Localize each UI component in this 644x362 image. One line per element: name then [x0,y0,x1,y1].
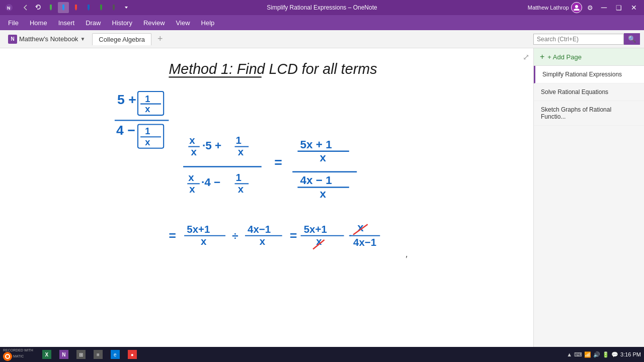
taskbar-calc[interactable]: ≡ [91,348,106,361]
note-canvas[interactable]: ⤢ Method 1: Find LCD for all terms 5 + 1… [0,48,533,347]
svg-text:Method 1: Find LCD for all ter: Method 1: Find LCD for all terms [169,61,377,77]
tray-up-arrow[interactable]: ▲ [567,351,572,357]
svg-marker-11 [100,9,102,11]
tray-wifi[interactable]: 📶 [584,351,591,358]
tray-message[interactable]: 💬 [611,351,618,358]
svg-text:x: x [319,188,326,200]
svg-rect-6 [75,5,77,9]
menu-review[interactable]: Review [138,17,170,29]
svg-text:·5  +: ·5 + [202,139,221,152]
menu-view[interactable]: View [171,17,195,29]
svg-text:x: x [191,146,197,157]
add-tab-button[interactable]: + [154,34,166,44]
user-avatar[interactable]: Matthew Lathrop [528,2,582,13]
svg-rect-4 [62,5,64,9]
time-display: 3:16 PM [620,351,641,357]
search-input[interactable] [533,34,624,45]
taskbar-app5[interactable]: ● [125,348,140,361]
taskbar-app3[interactable]: ⊞ [73,348,89,361]
svg-text:4 −: 4 − [116,123,135,138]
screencast-logo [3,352,12,361]
notebook-selector[interactable]: N Matthew's Notebook ▼ [4,33,89,46]
svg-marker-13 [113,9,115,11]
notebook-icon: N [8,35,17,44]
window-title: Simplify Rational Expressions – OneNote [267,4,377,11]
pen-tool-red[interactable] [70,2,82,13]
taskbar-onenote[interactable]: N [56,348,71,361]
right-panel: + + Add Page Simplify Rational Expressio… [533,48,644,347]
menu-bar: File Home Insert Draw History Review Vie… [0,15,644,30]
svg-text:1: 1 [236,171,242,183]
add-page-button[interactable]: + + Add Page [534,48,644,66]
app-icon: N [4,3,14,13]
notebook-bar: N Matthew's Notebook ▼ College Algebra +… [0,30,644,48]
notebook-dropdown-icon[interactable]: ▼ [80,36,85,42]
maximize-button[interactable]: ❑ [613,4,625,12]
title-bar: N [0,0,644,15]
close-button[interactable]: ✕ [628,4,640,12]
svg-text:1: 1 [145,126,150,136]
svg-text:N: N [7,6,11,11]
menu-draw[interactable]: Draw [80,17,106,29]
svg-text:5x+1: 5x+1 [187,223,210,235]
tray-keyboard[interactable]: ⌨ [574,351,582,358]
menu-home[interactable]: Home [25,17,52,29]
taskbar-excel[interactable]: X [39,348,54,361]
settings-button[interactable]: ⚙ [585,4,595,12]
pen-tool-dark[interactable] [108,2,119,13]
svg-text:·: · [349,229,352,241]
tray-battery[interactable]: 🔋 [602,351,609,358]
notebook-name: Matthew's Notebook [19,35,78,43]
menu-history[interactable]: History [107,17,137,29]
svg-text:x: x [238,146,244,157]
pen-tool-green[interactable] [45,2,56,13]
taskbar-left: RECORDED WITH MATIC X N ⊞ ≡ e ● [3,348,567,361]
svg-text:x: x [188,171,194,183]
title-bar-left: N [4,2,136,13]
svg-text:x: x [145,104,150,114]
pen-tool-blue[interactable] [83,2,94,13]
svg-text:5x+1: 5x+1 [304,223,327,235]
dropdown-arrow[interactable] [121,2,132,13]
quick-access-toolbar [16,2,136,13]
pen-tool-green2[interactable] [96,2,107,13]
svg-text:x: x [145,137,150,147]
svg-text:÷: ÷ [232,230,238,242]
menu-help[interactable]: Help [196,17,220,29]
taskbar-browser[interactable]: e [108,348,123,361]
svg-text:x: x [319,151,326,164]
minimize-button[interactable]: ─ [598,3,610,12]
page-item-solve[interactable]: Solve Rational Equations [534,83,644,101]
svg-marker-9 [88,9,90,11]
taskbar-right: ▲ ⌨ 📶 🔊 🔋 💬 3:16 PM [567,351,641,358]
page-item-simplify[interactable]: Simplify Rational Expressions [534,66,644,83]
screencast-label: RECORDED WITH [3,348,33,352]
add-icon: + [540,52,544,61]
menu-insert[interactable]: Insert [53,17,80,29]
screencast-brand: MATIC [13,354,24,358]
svg-text:1: 1 [236,134,242,146]
tray-volume[interactable]: 🔊 [593,351,600,358]
search-box: 🔍 [533,33,640,45]
search-button[interactable]: 🔍 [624,33,640,45]
svg-rect-25 [138,125,164,148]
svg-text:1: 1 [145,94,150,104]
menu-file[interactable]: File [3,17,24,29]
svg-rect-12 [113,5,115,9]
back-button[interactable] [20,2,31,13]
svg-text:x: x [201,235,207,247]
undo-button[interactable] [33,2,44,13]
svg-point-15 [575,5,578,8]
svg-point-72 [6,355,9,358]
svg-text:=: = [169,229,176,242]
page-item-sketch[interactable]: Sketch Graphs of Rational Functio... [534,101,644,126]
svg-text:5 +: 5 + [117,92,136,107]
svg-text:4x−1: 4x−1 [353,236,376,248]
svg-text:x: x [189,183,195,195]
pen-tool-selected[interactable] [58,2,69,13]
svg-text:x: x [260,235,266,247]
svg-text:5x + 1: 5x + 1 [300,138,332,151]
notebook-tab-college-algebra[interactable]: College Algebra [92,33,151,45]
svg-marker-14 [125,7,128,9]
svg-text:4x−1: 4x−1 [248,223,271,235]
